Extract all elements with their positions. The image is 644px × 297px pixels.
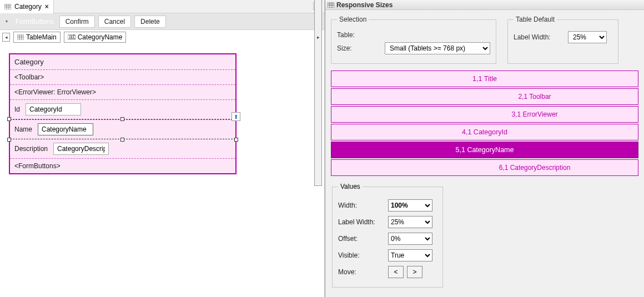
- values-legend: Values: [338, 183, 363, 190]
- document-tabbar: Category × ▾: [0, 0, 324, 13]
- name-label: Name: [14, 125, 32, 133]
- layout-row[interactable]: 1,1 Title: [331, 71, 638, 87]
- cancel-button[interactable]: Cancel: [98, 16, 131, 28]
- formbuttons-placeholder: <FormButtons>: [14, 162, 61, 170]
- visible-label: Visible:: [338, 251, 388, 259]
- errorviewer-placeholder: <ErrorViewer: ErrorViewer>: [14, 88, 96, 96]
- selection-handle[interactable]: [120, 117, 124, 121]
- layout-row[interactable]: 3,1 ErrorViewer: [331, 106, 638, 123]
- table-icon: [4, 4, 11, 9]
- layout-rows-list: 1,1 Title2,1 Toolbar3,1 ErrorViewer4,1 C…: [325, 67, 644, 179]
- panel-header: Responsive Sizes: [325, 0, 644, 10]
- formbuttons-label: FormButtons: [13, 18, 56, 26]
- layout-row-label: 6,1 CategoryDescription: [431, 164, 638, 172]
- selection-handle[interactable]: [7, 117, 11, 121]
- tab-category[interactable]: Category ×: [0, 0, 54, 13]
- description-field[interactable]: [53, 143, 109, 155]
- breadcrumb-categoryname[interactable]: ab CategoryName: [64, 32, 127, 43]
- selection-group: Selection Table: Size: Small (Tablets >=…: [331, 16, 496, 64]
- table-default-legend: Table Default: [514, 16, 557, 23]
- offset-label: Offset:: [338, 235, 388, 243]
- move-label: Move:: [338, 268, 388, 276]
- form-formbuttons-row[interactable]: <FormButtons>: [10, 159, 235, 173]
- up-arrow-icon[interactable]: ⬆: [232, 112, 240, 121]
- svg-rect-12: [328, 2, 334, 8]
- form-title-row[interactable]: Category: [10, 54, 235, 70]
- size-select[interactable]: Small (Tablets >= 768 px): [385, 42, 490, 54]
- nav-left-button[interactable]: ◂: [2, 33, 10, 42]
- width-select[interactable]: 100%: [388, 199, 432, 212]
- form-name-row[interactable]: ⬆ Name: [10, 119, 235, 139]
- form-id-row[interactable]: Id: [10, 100, 235, 119]
- layout-row-label: 3,1 ErrorViewer: [431, 110, 638, 118]
- breadcrumb-categoryname-label: CategoryName: [78, 33, 123, 41]
- groups-row: Selection Table: Size: Small (Tablets >=…: [325, 10, 644, 67]
- layout-row[interactable]: 2,1 Toolbar: [331, 88, 638, 105]
- svg-rect-0: [4, 4, 11, 9]
- breadcrumb-tablemain-label: TableMain: [26, 33, 57, 41]
- visible-select[interactable]: True: [388, 249, 432, 261]
- tab-label: Category: [14, 3, 42, 11]
- offset-select[interactable]: 0%: [388, 233, 432, 245]
- values-label-width-label: Label Width:: [338, 218, 388, 226]
- designer-panel: Category × ▾ ▾ FormButtons Confirm Cance…: [0, 0, 325, 297]
- confirm-button[interactable]: Confirm: [59, 16, 95, 28]
- chevron-down-icon[interactable]: ▾: [3, 19, 10, 24]
- responsive-sizes-panel: Responsive Sizes Selection Table: Size: …: [325, 0, 644, 297]
- id-label: Id: [14, 105, 20, 113]
- breadcrumb-tablemain[interactable]: TableMain: [13, 32, 61, 43]
- toolbar-placeholder: <Toolbar>: [14, 73, 44, 81]
- form-errorviewer-row[interactable]: <ErrorViewer: ErrorViewer>: [10, 85, 235, 100]
- grid-icon: [17, 34, 24, 40]
- move-right-button[interactable]: >: [407, 266, 422, 278]
- size-label: Size:: [337, 44, 380, 52]
- grid-icon: [328, 2, 334, 8]
- description-label: Description: [14, 145, 48, 153]
- values-label-width-select[interactable]: 25%: [388, 216, 432, 228]
- design-canvas[interactable]: Category <Toolbar> <ErrorViewer: ErrorVi…: [0, 44, 324, 297]
- form-description-row[interactable]: Description: [10, 139, 235, 159]
- form-layout-box[interactable]: Category <Toolbar> <ErrorViewer: ErrorVi…: [9, 53, 237, 174]
- svg-rect-5: [17, 34, 24, 40]
- form-toolbar-row[interactable]: <Toolbar>: [10, 70, 235, 85]
- svg-text:ab: ab: [69, 34, 76, 40]
- label-width-label: Label Width:: [514, 33, 564, 41]
- layout-row[interactable]: 5,1 CategoryName: [331, 142, 638, 158]
- width-label: Width:: [338, 202, 388, 209]
- designer-toolbar: ▾ FormButtons Confirm Cancel Delete: [0, 13, 324, 30]
- name-field[interactable]: [38, 123, 93, 135]
- table-label: Table:: [337, 31, 380, 39]
- table-default-group: Table Default Label Width: 25%: [507, 16, 618, 64]
- selection-legend: Selection: [337, 16, 369, 23]
- values-wrap: Values Width: 100% Label Width: 25% Offs…: [325, 179, 644, 291]
- move-left-button[interactable]: <: [388, 266, 404, 278]
- label-width-select[interactable]: 25%: [568, 31, 607, 43]
- panel-title: Responsive Sizes: [336, 1, 393, 9]
- layout-row[interactable]: 4,1 CategoryId: [331, 124, 638, 140]
- layout-row-label: 2,1 Toolbar: [431, 93, 638, 100]
- id-field[interactable]: [26, 103, 81, 115]
- layout-row[interactable]: 6,1 CategoryDescription: [331, 159, 638, 176]
- close-icon[interactable]: ×: [45, 3, 49, 11]
- values-group: Values Width: 100% Label Width: 25% Offs…: [332, 183, 443, 288]
- breadcrumb-nav: ◂ TableMain ab CategoryName ▸: [0, 30, 324, 44]
- form-title: Category: [14, 58, 44, 66]
- textbox-icon: ab: [68, 34, 76, 40]
- delete-button[interactable]: Delete: [134, 16, 166, 28]
